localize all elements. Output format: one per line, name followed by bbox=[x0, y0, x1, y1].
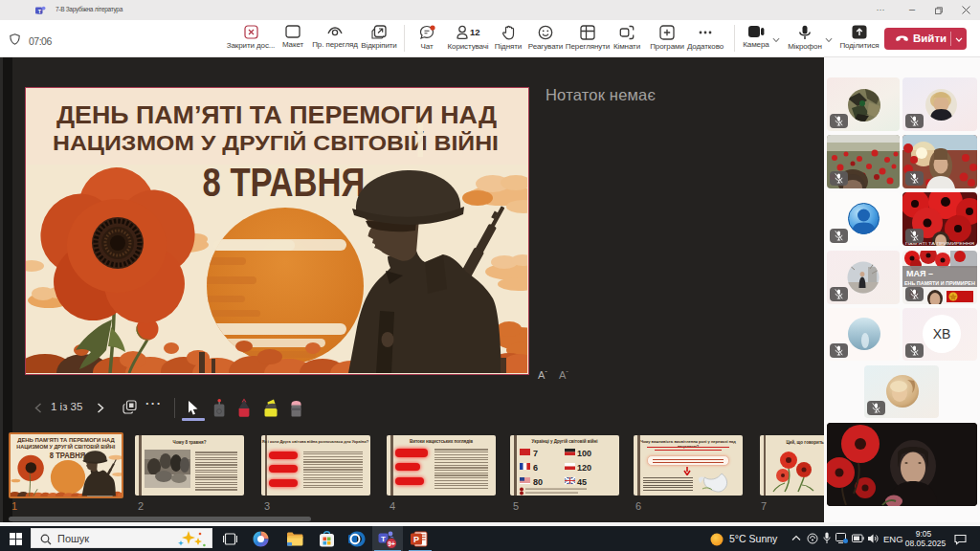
svg-text:12: 12 bbox=[470, 27, 480, 37]
svg-text:80: 80 bbox=[533, 477, 543, 487]
svg-text:НАЦИЗМОМ У ДРУГІЙ СВІТОВІЙ ВІЙ: НАЦИЗМОМ У ДРУГІЙ СВІТОВІЙ ВІЙНІ bbox=[16, 443, 116, 450]
svg-text:НАЦИЗМОМ У ДРУГІЙ СВІТОВІЙ ВІЙ: НАЦИЗМОМ У ДРУГІЙ СВІТОВІЙ ВІЙНІ bbox=[53, 131, 499, 155]
svg-text:8 ТРАВНЯ: 8 ТРАВНЯ bbox=[49, 450, 85, 460]
svg-text:100: 100 bbox=[577, 449, 591, 458]
svg-text:ЕНЬ ПАМЯТИ И ПРИМИРЕН: ЕНЬ ПАМЯТИ И ПРИМИРЕН bbox=[904, 279, 975, 285]
svg-text:7: 7 bbox=[533, 449, 538, 458]
svg-text:ДЕНЬ ПАМ’ЯТІ ТА ПЕРЕМОГИ НАД: ДЕНЬ ПАМ’ЯТІ ТА ПЕРЕМОГИ НАД bbox=[17, 437, 115, 443]
svg-text:8 ТРАВНЯ: 8 ТРАВНЯ bbox=[203, 160, 366, 205]
svg-text:P: P bbox=[413, 534, 419, 543]
svg-text:45: 45 bbox=[577, 477, 587, 487]
svg-text:МАЯ –: МАЯ – bbox=[906, 269, 933, 278]
svg-text:120: 120 bbox=[577, 463, 591, 473]
svg-text:ДЕНЬ ПАМ’ЯТІ ТА ПЕРЕМОГИ НАД: ДЕНЬ ПАМ’ЯТІ ТА ПЕРЕМОГИ НАД bbox=[56, 101, 497, 128]
svg-text:6: 6 bbox=[533, 463, 538, 473]
